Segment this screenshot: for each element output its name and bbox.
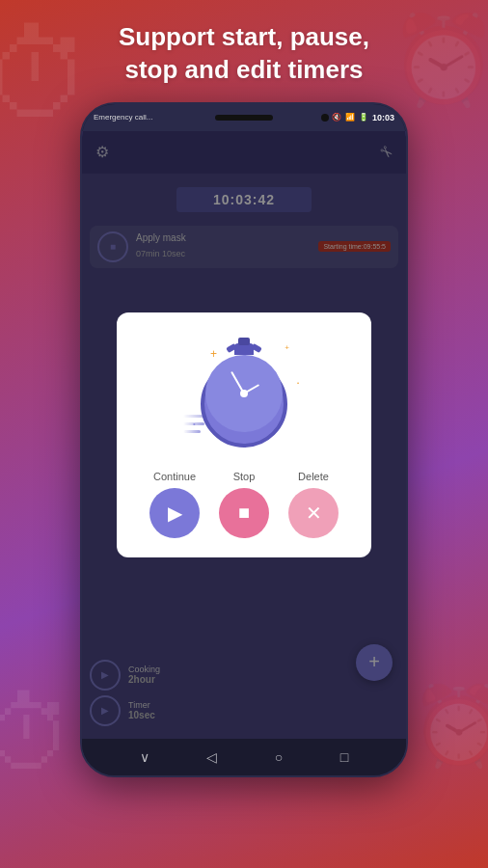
nav-home-button[interactable]: ○ xyxy=(275,749,283,765)
delete-button[interactable]: ✕ xyxy=(288,488,339,538)
phone-camera xyxy=(321,114,329,122)
status-bar: Emergency call... 🔇 📶 🔋 10:03 xyxy=(82,104,406,131)
battery-icon: 🔋 xyxy=(359,113,368,122)
nav-chevron-down[interactable]: ∨ xyxy=(140,749,149,765)
phone-nav: ∨ ◁ ○ □ xyxy=(82,739,406,775)
stopwatch-button xyxy=(238,338,250,345)
bg-decor-clock-4: ⏰ xyxy=(411,681,488,772)
sparkle-1: + xyxy=(210,347,217,361)
delete-btn-group: Delete ✕ xyxy=(288,471,339,538)
continue-label: Continue xyxy=(153,471,196,482)
continue-button[interactable]: ▶ xyxy=(149,488,200,538)
sparkle-2: + xyxy=(285,343,289,352)
phone-speaker xyxy=(215,115,273,121)
wifi-icon: 📶 xyxy=(345,113,355,122)
dialog-buttons: Continue ▶ Stop ■ Delete ✕ xyxy=(149,471,339,538)
nav-recent-button[interactable]: □ xyxy=(340,749,348,765)
clock-face xyxy=(205,355,283,432)
stopwatch-illustration: + + • • xyxy=(181,332,307,457)
bg-decor-clock-3: ⏱ xyxy=(0,680,77,791)
mute-icon: 🔇 xyxy=(332,113,341,122)
delete-label: Delete xyxy=(298,471,329,482)
stop-btn-group: Stop ■ xyxy=(219,471,269,538)
phone-screen: ⚙ ✂ 10:03:42 ■ Apply mask 07min 10sec St… xyxy=(82,131,406,739)
sparkle-3: • xyxy=(297,380,299,386)
phone-frame: Emergency call... 🔇 📶 🔋 10:03 ⚙ ✂ 10:03:… xyxy=(80,102,408,777)
nav-back-button[interactable]: ◁ xyxy=(206,749,217,765)
continue-btn-group: Continue ▶ xyxy=(149,471,200,538)
dialog: + + • • xyxy=(117,312,371,557)
stop-label: Stop xyxy=(233,471,256,482)
stop-button[interactable]: ■ xyxy=(219,488,269,538)
stopwatch-body xyxy=(201,361,287,448)
status-left-text: Emergency call... xyxy=(94,113,152,122)
status-right: 🔇 📶 🔋 10:03 xyxy=(332,113,394,122)
clock-center xyxy=(240,390,248,397)
status-time: 10:03 xyxy=(372,113,394,122)
bg-decor-clock-2: ⏰ xyxy=(390,10,488,111)
headline: Support start, pause, stop and edit time… xyxy=(119,21,369,87)
